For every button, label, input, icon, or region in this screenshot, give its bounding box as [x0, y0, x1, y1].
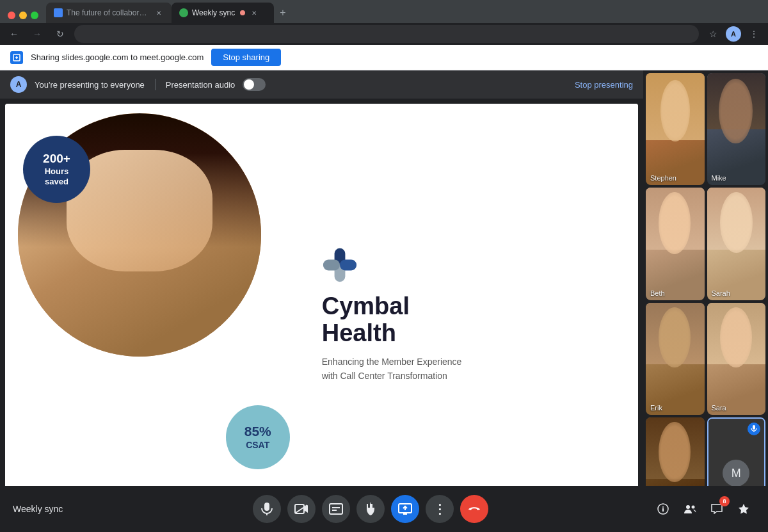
sharing-text: Sharing slides.google.com to meet.google…	[31, 52, 204, 62]
tab-slides-close[interactable]: ✕	[154, 8, 164, 18]
maximize-window-button[interactable]	[31, 12, 38, 19]
browser-chrome: The future of collaboration ✕ Weekly syn…	[0, 0, 768, 45]
toolbar-controls: ⋮	[90, 495, 652, 523]
more-options-button[interactable]: ⋮	[426, 495, 454, 523]
omnibar: ← → ↻ ☆ A ⋮	[0, 23, 768, 45]
svg-rect-7	[264, 503, 269, 511]
toolbar-right: 8	[652, 497, 755, 520]
participant-tile-stephen[interactable]: Stephen	[646, 73, 705, 185]
company-logo	[322, 247, 619, 286]
participant-tile-sarah[interactable]: Sarah	[707, 188, 766, 300]
svg-rect-11	[330, 504, 342, 514]
presentation-area: A You're presenting to everyone Presenta…	[0, 70, 643, 532]
svg-point-19	[692, 506, 695, 509]
meet-container: A You're presenting to everyone Presenta…	[0, 70, 768, 532]
participant-name-stephen: Stephen	[650, 174, 676, 182]
divider	[155, 79, 156, 90]
tab-meet[interactable]: Weekly sync ✕	[172, 3, 274, 23]
slide-right: Cymbal Health Enhancing the Member Exper…	[309, 104, 638, 527]
participant-name-mike: Mike	[712, 174, 726, 182]
chat-button[interactable]: 8	[705, 497, 728, 520]
new-tab-button[interactable]: +	[274, 4, 292, 22]
you-avatar-initial: M	[723, 460, 749, 487]
meeting-name-label: Weekly sync	[13, 504, 90, 514]
chat-badge: 8	[719, 496, 730, 506]
svg-rect-5	[753, 425, 755, 430]
tab-slides-title: The future of collaboration	[67, 8, 150, 17]
people-button[interactable]	[678, 497, 701, 520]
participant-tile-sara[interactable]: Sara	[707, 303, 766, 415]
share-screen-button[interactable]	[391, 495, 419, 523]
participant-name-erik: Erik	[650, 404, 662, 412]
profile-button[interactable]: A	[724, 25, 742, 43]
omnibar-actions: ☆ A ⋮	[704, 25, 763, 43]
participant-name-sarah: Sarah	[712, 289, 730, 297]
menu-button[interactable]: ⋮	[745, 25, 763, 43]
presenting-text: You're presenting to everyone	[35, 80, 145, 90]
svg-point-16	[662, 506, 664, 508]
bookmark-button[interactable]: ☆	[704, 25, 722, 43]
slide-left: 200+ Hours saved 85% CSAT	[5, 104, 309, 527]
raise-hand-button[interactable]	[356, 495, 385, 523]
meet-favicon	[179, 8, 188, 17]
profile-avatar: A	[726, 26, 741, 42]
slide-wrapper: 200+ Hours saved 85% CSAT	[5, 104, 638, 527]
tab-meet-indicator	[240, 10, 245, 15]
presenter-bar: A You're presenting to everyone Presenta…	[0, 70, 643, 99]
tab-slides[interactable]: The future of collaboration ✕	[46, 3, 172, 23]
stat-85-bubble: 85% CSAT	[226, 405, 290, 469]
mic-button[interactable]	[253, 495, 281, 523]
mic-active-indicator	[748, 423, 760, 435]
participant-tile-beth[interactable]: Beth	[646, 188, 705, 300]
forward-button[interactable]: →	[28, 25, 46, 43]
sharing-bar: Sharing slides.google.com to meet.google…	[0, 45, 768, 70]
svg-rect-17	[662, 508, 664, 512]
participant-tile-mike[interactable]: Mike	[707, 73, 766, 185]
tab-meet-close[interactable]: ✕	[249, 8, 259, 18]
tab-meet-title: Weekly sync	[192, 8, 235, 17]
participant-tile-erik[interactable]: Erik	[646, 303, 705, 415]
audio-label: Presentation audio	[166, 80, 235, 90]
svg-rect-4	[340, 260, 356, 271]
bottom-toolbar: Weekly sync ⋮	[0, 486, 768, 532]
video-button[interactable]	[287, 495, 316, 523]
captions-button[interactable]	[322, 495, 350, 523]
company-tagline: Enhancing the Member Experience with Cal…	[322, 355, 619, 383]
toggle-knob	[244, 79, 254, 90]
participants-sidebar: Stephen Mike Beth Sarah Erik	[643, 70, 768, 532]
activities-button[interactable]	[732, 497, 755, 520]
end-call-button[interactable]	[460, 495, 488, 523]
info-button[interactable]	[652, 497, 675, 520]
minimize-window-button[interactable]	[19, 12, 27, 19]
participant-name-sara: Sara	[712, 404, 726, 412]
stat-200-bubble: 200+ Hours saved	[23, 136, 90, 203]
company-name: Cymbal Health	[322, 293, 619, 347]
stop-sharing-button[interactable]: Stop sharing	[211, 49, 281, 66]
back-button[interactable]: ←	[5, 25, 23, 43]
address-bar[interactable]	[74, 25, 699, 43]
refresh-button[interactable]: ↻	[51, 25, 69, 43]
slides-favicon	[54, 8, 63, 17]
slide-content: 200+ Hours saved 85% CSAT	[5, 104, 638, 527]
audio-toggle[interactable]	[243, 78, 266, 91]
stop-presenting-button[interactable]: Stop presenting	[575, 80, 633, 90]
svg-rect-3	[323, 260, 340, 271]
sharing-icon	[10, 51, 23, 64]
svg-point-18	[686, 505, 690, 509]
close-window-button[interactable]	[8, 12, 15, 19]
presenter-avatar: A	[10, 76, 27, 93]
participant-name-beth: Beth	[650, 289, 665, 297]
